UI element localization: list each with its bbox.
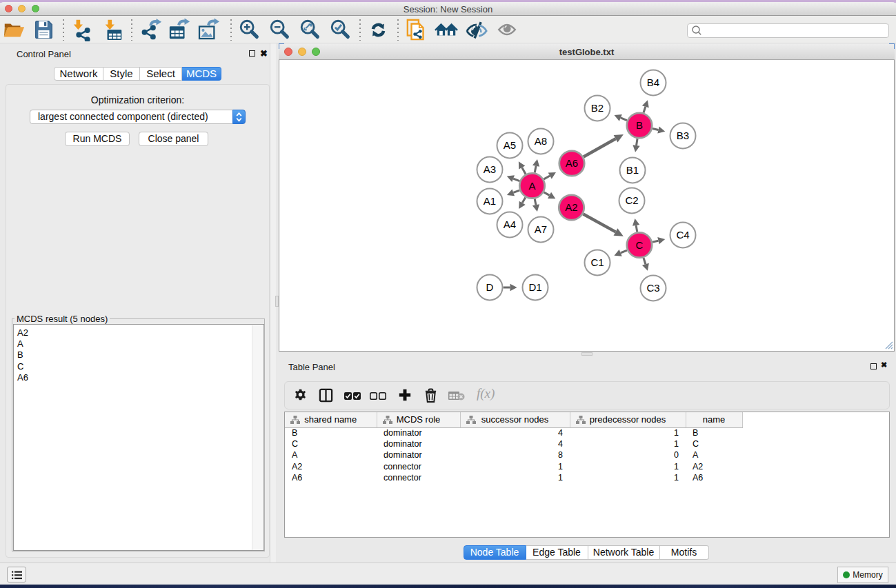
svg-text:A1: A1 — [484, 195, 496, 207]
svg-text:A8: A8 — [535, 135, 547, 147]
svg-text:C4: C4 — [676, 229, 689, 241]
svg-text:A6: A6 — [566, 157, 578, 169]
svg-text:B: B — [636, 119, 643, 131]
svg-text:C1: C1 — [590, 256, 604, 268]
svg-text:B4: B4 — [647, 77, 659, 88]
svg-text:A7: A7 — [535, 223, 547, 235]
svg-text:B1: B1 — [626, 164, 639, 176]
svg-text:A5: A5 — [504, 139, 516, 151]
svg-text:B2: B2 — [591, 102, 604, 114]
svg-text:C2: C2 — [625, 194, 638, 206]
svg-text:A3: A3 — [484, 163, 496, 175]
svg-text:B3: B3 — [677, 130, 689, 141]
svg-text:D1: D1 — [528, 281, 541, 293]
svg-text:C: C — [636, 239, 644, 251]
svg-text:C3: C3 — [646, 282, 659, 294]
svg-text:A4: A4 — [504, 219, 516, 230]
svg-text:A2: A2 — [565, 201, 577, 213]
svg-text:A: A — [528, 180, 535, 192]
svg-text:D: D — [486, 281, 494, 293]
